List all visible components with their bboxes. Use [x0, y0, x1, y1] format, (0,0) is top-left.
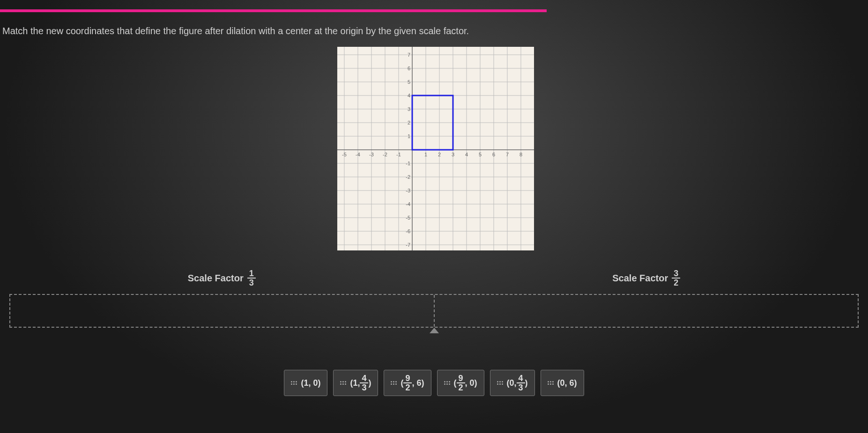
svg-text:8: 8: [519, 152, 522, 157]
svg-text:2: 2: [438, 152, 441, 157]
option-tile[interactable]: (0, 43): [490, 370, 535, 396]
pointer-indicator: [0, 327, 868, 335]
fraction: 92: [403, 374, 412, 392]
svg-text:-2: -2: [406, 174, 410, 180]
scale-factor-left-header: Scale Factor 1 3: [9, 264, 434, 292]
options-bank: (1, 0)(1, 43)(92, 6)(92, 0)(0, 43)(0, 6): [0, 370, 868, 396]
svg-text:-2: -2: [383, 152, 387, 157]
svg-marker-57: [430, 328, 439, 333]
option-coordinate: (92, 0): [454, 374, 477, 392]
option-coordinate: (0, 6): [557, 378, 577, 388]
option-tile[interactable]: (92, 0): [437, 370, 484, 396]
svg-text:7: 7: [506, 152, 509, 157]
svg-text:-5: -5: [342, 152, 347, 157]
option-tile[interactable]: (1, 0): [284, 370, 327, 396]
svg-text:6: 6: [408, 66, 410, 71]
svg-text:6: 6: [492, 152, 495, 157]
svg-text:-6: -6: [406, 228, 410, 234]
scale-factor-left-label: Scale Factor: [188, 273, 244, 284]
scale-factor-right-header: Scale Factor 3 2: [434, 264, 859, 292]
graph-svg: -5 -4 -3 -2 -1 1 2 3 4 5 6 7 8 1 2 3 4 5…: [337, 47, 534, 250]
drag-handle-icon: [497, 381, 503, 385]
svg-text:4: 4: [408, 93, 410, 98]
fraction: 43: [360, 374, 368, 392]
question-text: Match the new coordinates that define th…: [2, 26, 469, 37]
svg-text:4: 4: [465, 152, 468, 157]
drag-handle-icon: [391, 381, 397, 385]
svg-text:-3: -3: [369, 152, 374, 157]
coordinate-graph: -5 -4 -3 -2 -1 1 2 3 4 5 6 7 8 1 2 3 4 5…: [337, 47, 534, 250]
answers-section: Scale Factor 1 3 Scale Factor 3 2: [0, 264, 868, 335]
svg-text:-1: -1: [396, 152, 401, 157]
scale-factor-right-fraction: 3 2: [672, 269, 680, 287]
svg-text:-1: -1: [406, 161, 410, 166]
svg-text:5: 5: [479, 152, 482, 157]
svg-text:1: 1: [408, 133, 410, 139]
svg-text:3: 3: [408, 106, 410, 112]
svg-text:-5: -5: [406, 215, 410, 220]
option-coordinate: (0, 43): [507, 374, 528, 392]
svg-text:5: 5: [408, 79, 410, 85]
drag-handle-icon: [548, 381, 554, 385]
svg-text:-4: -4: [406, 201, 410, 207]
option-tile[interactable]: (1, 43): [333, 370, 378, 396]
option-tile[interactable]: (92, 6): [384, 370, 431, 396]
option-coordinate: (92, 6): [401, 374, 424, 392]
svg-rect-0: [337, 47, 534, 250]
fraction: 92: [457, 374, 465, 392]
svg-text:-7: -7: [406, 242, 410, 248]
option-coordinate: (1, 43): [350, 374, 371, 392]
scale-factor-right-label: Scale Factor: [612, 273, 668, 284]
drag-handle-icon: [340, 381, 346, 385]
option-tile[interactable]: (0, 6): [541, 370, 584, 396]
svg-text:1: 1: [424, 152, 427, 157]
fraction: 43: [517, 374, 525, 392]
progress-bar: [0, 9, 547, 12]
drop-zone-right[interactable]: [435, 295, 858, 327]
option-coordinate: (1, 0): [301, 378, 320, 388]
svg-text:3: 3: [452, 152, 454, 157]
drop-zone-left[interactable]: [10, 295, 435, 327]
svg-text:7: 7: [408, 52, 410, 58]
drag-handle-icon: [291, 381, 297, 385]
svg-text:-4: -4: [356, 152, 360, 157]
drop-zones: [9, 294, 859, 328]
drag-handle-icon: [444, 381, 450, 385]
svg-text:-3: -3: [406, 188, 410, 193]
svg-text:2: 2: [408, 120, 410, 125]
scale-factor-left-fraction: 1 3: [247, 269, 256, 287]
